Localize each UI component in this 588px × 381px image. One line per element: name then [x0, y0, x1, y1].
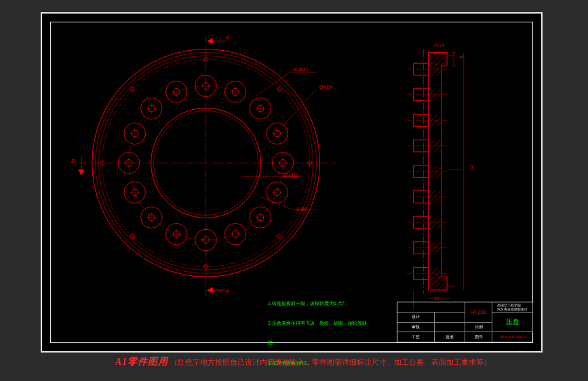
arrow-label-a-top: A	[226, 35, 229, 41]
bottom-body: （红色字地方按照自己设计内容更改输入，零件图需详细标注尺寸、加工公差、表面加工要…	[170, 358, 491, 366]
bolt-hole	[141, 207, 163, 228]
bolt-hole	[250, 207, 271, 228]
leaders	[241, 73, 317, 209]
title-block: HT200 高淑洁工程学院 汽车离合器课程设计 设计 比例 压盘 审核 工艺 批…	[397, 302, 532, 342]
front-view-centerlines	[79, 36, 336, 297]
arrow-label-b: B	[71, 158, 75, 164]
tb-dwgno: SZX-XX-000-1	[492, 332, 533, 342]
bolt-hole	[165, 81, 187, 103]
view-arrow-b	[79, 156, 84, 175]
tb-row-design: 设计	[397, 313, 435, 323]
dim-2: 25	[470, 165, 474, 169]
tb-part-name: 压盘	[492, 313, 533, 333]
bottom-annotation: A1零件图用 （红色字地方按照自己设计内容更改输入，零件图需详细标注尺寸、加工公…	[115, 356, 491, 368]
tb-scale-label: 比例	[465, 323, 492, 333]
callout-2: 16-Ø13	[283, 173, 298, 178]
note-line: 陷；	[268, 340, 367, 346]
tb-row-proc: 工艺	[397, 332, 435, 342]
callout-4: ØXXX	[319, 85, 332, 89]
bolt-hole	[267, 182, 288, 203]
section-arrow-a-bottom	[208, 287, 227, 293]
bolt-hole	[141, 98, 163, 119]
bolt-hole	[165, 223, 187, 245]
svg-marker-45	[79, 169, 84, 175]
callout-1: 16-Ø37	[292, 67, 308, 72]
section-label: A-A	[434, 41, 444, 48]
callout-3: 8-Ø6	[296, 207, 307, 212]
drawing-border: A A B A-A 16-Ø37 ØXXX 16-Ø13 8-Ø6 40 25 …	[50, 22, 533, 343]
bottom-title: A1零件图用	[115, 357, 168, 367]
tb-school: 高淑洁工程学院 汽车离合器课程设计	[492, 302, 533, 313]
bolt-hole	[124, 123, 146, 144]
note-line: 1.铸造拔模斜一级，拔模斜度为0.75°；	[268, 300, 367, 307]
dim-3: 15	[435, 296, 439, 300]
tb-material: HT200	[465, 302, 492, 323]
tb-header	[397, 302, 465, 313]
tb-sig-1	[435, 313, 465, 323]
section-view	[407, 49, 462, 293]
arrow-label-a-bottom: A	[226, 288, 229, 294]
tb-row-appr: 批准	[435, 332, 465, 342]
svg-marker-43	[208, 287, 213, 293]
tb-school-bot: 汽车离合器课程设计	[497, 307, 528, 311]
note-line: 2.压盘表面不得有飞边、裂纹、砂眼、缩松等缺	[268, 320, 367, 327]
section-arrow-a-top	[208, 39, 227, 44]
drawing-canvas: A A B A-A 16-Ø37 ØXXX 16-Ø13 8-Ø6 40 25 …	[51, 22, 532, 342]
svg-rect-81	[429, 53, 446, 65]
bolt-hole	[224, 223, 246, 245]
bolt-hole	[124, 182, 146, 203]
bolt-hole	[224, 81, 246, 103]
tb-dwgno-label: 图号	[465, 332, 492, 342]
tb-sig-2	[435, 323, 465, 333]
bolt-hole	[267, 123, 288, 144]
dim-1: 40	[459, 55, 464, 59]
svg-marker-41	[208, 39, 213, 44]
svg-rect-82	[429, 277, 446, 289]
svg-line-46	[256, 73, 290, 96]
tb-row-check: 审核	[397, 323, 435, 333]
bolt-hole	[250, 98, 271, 119]
drawing-sheet: A A B A-A 16-Ø37 ØXXX 16-Ø13 8-Ø6 40 25 …	[41, 12, 543, 353]
